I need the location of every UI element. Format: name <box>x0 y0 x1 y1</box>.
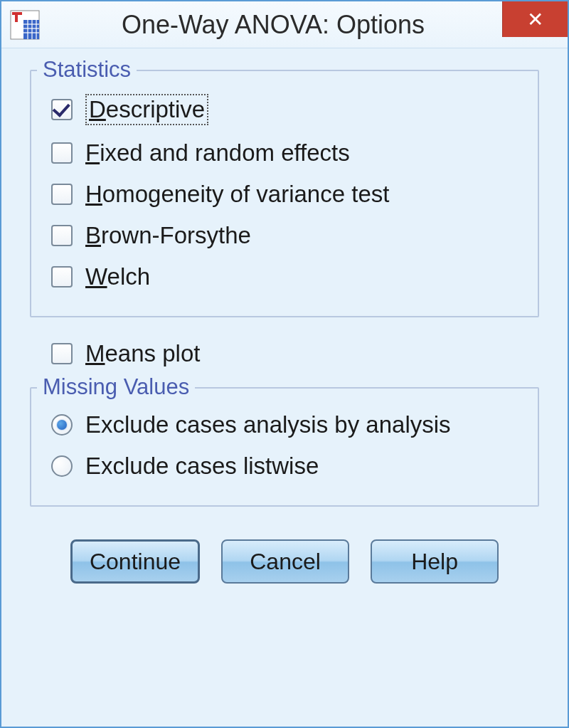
missing-values-group: Missing Values Exclude cases analysis by… <box>30 387 539 507</box>
svg-rect-3 <box>23 20 39 39</box>
checkbox-label: Descriptive <box>85 94 208 125</box>
anova-options-dialog: One-Way ANOVA: Options ✕ Statistics Desc… <box>0 0 569 728</box>
checkbox-icon <box>51 184 73 205</box>
checkbox-descriptive[interactable]: Descriptive <box>51 87 523 132</box>
radio-label: Exclude cases listwise <box>85 453 319 480</box>
radio-label: Exclude cases analysis by analysis <box>85 411 451 438</box>
checkbox-label: Homogeneity of variance test <box>85 181 389 208</box>
checkbox-label: Fixed and random effects <box>85 139 350 167</box>
checkbox-label: Welch <box>85 263 150 290</box>
app-icon <box>10 10 40 40</box>
svg-rect-2 <box>15 12 18 22</box>
checkbox-label: Means plot <box>85 340 200 367</box>
help-button[interactable]: Help <box>371 539 499 584</box>
dialog-title: One-Way ANOVA: Options <box>50 10 496 40</box>
checkbox-icon <box>51 343 73 364</box>
checkbox-homogeneity[interactable]: Homogeneity of variance test <box>51 174 523 215</box>
checkbox-icon <box>51 142 73 164</box>
dialog-content: Statistics Descriptive Fixed and random … <box>1 48 568 727</box>
checkbox-icon <box>51 99 73 120</box>
radio-icon <box>51 414 73 436</box>
checkbox-label: Brown-Forsythe <box>85 222 251 249</box>
continue-button[interactable]: Continue <box>70 539 200 584</box>
checkbox-icon <box>51 266 73 287</box>
checkbox-fixed-random[interactable]: Fixed and random effects <box>51 132 523 174</box>
missing-values-legend: Missing Values <box>37 374 195 400</box>
titlebar: One-Way ANOVA: Options ✕ <box>1 1 568 48</box>
cancel-button[interactable]: Cancel <box>221 539 349 584</box>
checkbox-welch[interactable]: Welch <box>51 256 523 297</box>
statistics-group: Statistics Descriptive Fixed and random … <box>30 70 539 317</box>
close-icon: ✕ <box>527 8 543 31</box>
checkbox-icon <box>51 225 73 246</box>
checkbox-means-plot[interactable]: Means plot <box>30 336 539 371</box>
checkbox-brown-forsythe[interactable]: Brown-Forsythe <box>51 215 523 256</box>
close-button[interactable]: ✕ <box>502 1 568 37</box>
button-row: Continue Cancel Help <box>30 525 539 603</box>
statistics-legend: Statistics <box>37 57 137 83</box>
radio-exclude-listwise[interactable]: Exclude cases listwise <box>51 445 523 487</box>
radio-icon <box>51 455 73 477</box>
radio-exclude-analysis[interactable]: Exclude cases analysis by analysis <box>51 404 523 445</box>
